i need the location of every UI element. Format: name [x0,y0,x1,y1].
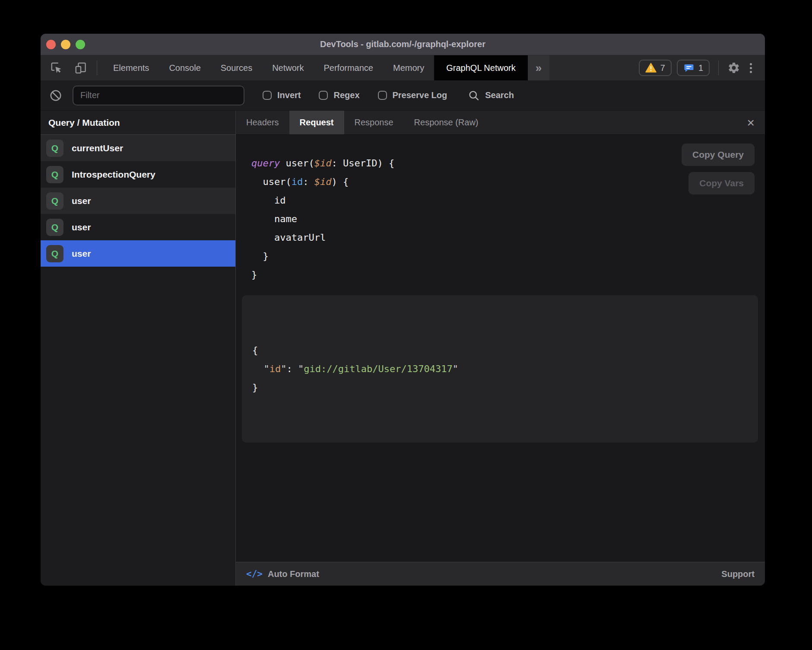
tab-response-raw[interactable]: Response (Raw) [404,111,489,134]
query-list-item[interactable]: Quser [41,188,235,214]
close-panel-icon[interactable]: × [743,111,758,134]
devtools-toolbar: Elements Console Sources Network Perform… [41,55,765,80]
block-clear-icon[interactable] [49,89,62,102]
code-line: { [252,341,748,360]
copy-vars-button[interactable]: Copy Vars [688,172,755,194]
window-title: DevTools - gitlab.com/-/graphql-explorer [41,39,765,49]
preserve-log-checkbox-group[interactable]: Preserve Log [378,90,447,100]
search-label: Search [485,90,514,100]
code-line: user(id: $id) { [251,172,749,191]
tab-request[interactable]: Request [289,111,344,134]
query-type-badge: Q [46,245,63,262]
query-type-badge: Q [46,166,63,183]
query-name-label: user [72,222,91,233]
query-list-item[interactable]: QcurrentUser [41,135,235,161]
tab-graphql-network[interactable]: GraphQL Network [434,55,527,80]
code-line: name [251,210,749,228]
tab-console[interactable]: Console [159,55,210,80]
tab-network[interactable]: Network [262,55,314,80]
panel-footer: </> Auto Format Support [236,562,765,586]
query-list-item[interactable]: Quser [41,214,235,240]
tab-response[interactable]: Response [344,111,404,134]
tab-memory[interactable]: Memory [383,55,434,80]
tab-performance[interactable]: Performance [314,55,384,80]
request-variables-code: { "id": "gid://gitlab/User/13704317"} [252,341,748,397]
toolbar-divider [718,61,719,75]
request-panel-tabs: Headers Request Response Response (Raw) … [236,111,765,135]
warning-icon [645,63,657,73]
issue-count: 1 [698,63,703,73]
query-type-badge: Q [46,140,63,157]
copy-query-button[interactable]: Copy Query [682,143,755,166]
query-list-item[interactable]: Quser [41,240,235,267]
code-brackets-icon: </> [246,569,263,579]
message-bubble-icon [683,63,695,73]
invert-label: Invert [277,90,301,100]
more-tabs-button[interactable]: » [528,55,549,80]
tab-elements[interactable]: Elements [103,55,159,80]
issues-badge[interactable]: 1 [677,60,710,76]
preserve-log-checkbox[interactable] [378,91,387,100]
sidebar-header: Query / Mutation [41,111,235,135]
regex-label: Regex [333,90,359,100]
toolbar-divider [97,61,97,75]
filter-input[interactable] [73,86,244,105]
tab-sources[interactable]: Sources [211,55,262,80]
query-list: QcurrentUserQIntrospectionQueryQuserQuse… [41,135,235,586]
title-bar: DevTools - gitlab.com/-/graphql-explorer [41,34,765,55]
preserve-log-label: Preserve Log [393,90,447,100]
inspect-element-icon[interactable] [50,61,63,74]
code-line: } [251,247,749,265]
code-line: } [252,378,748,397]
invert-checkbox[interactable] [263,91,272,100]
invert-checkbox-group[interactable]: Invert [263,90,301,100]
toolbar-tabs: Elements Console Sources Network Perform… [103,55,549,80]
code-line: avatarUrl [251,228,749,247]
regex-checkbox[interactable] [319,91,328,100]
support-link[interactable]: Support [721,569,755,579]
devtools-window: DevTools - gitlab.com/-/graphql-explorer… [41,34,765,586]
query-name-label: user [72,196,91,206]
kebab-menu-icon[interactable] [745,61,756,76]
filter-bar: Invert Regex Preserve Log Search [41,80,765,111]
regex-checkbox-group[interactable]: Regex [319,90,359,100]
query-list-item[interactable]: QIntrospectionQuery [41,161,235,188]
request-variables-box: { "id": "gid://gitlab/User/13704317"} [242,295,758,443]
warning-count: 7 [660,63,665,73]
search-button[interactable]: Search [468,89,514,102]
toggle-device-toolbar-icon[interactable] [74,61,87,74]
query-type-badge: Q [46,219,63,236]
tab-headers[interactable]: Headers [236,111,289,134]
settings-gear-icon[interactable] [727,61,740,74]
query-name-label: IntrospectionQuery [72,169,155,180]
query-name-label: user [72,249,91,259]
code-line: id [251,191,749,210]
auto-format-button[interactable]: </> Auto Format [246,569,319,579]
code-line: } [251,265,749,284]
search-icon [468,89,480,102]
code-line: query user($id: UserID) { [251,154,749,172]
warnings-badge[interactable]: 7 [639,60,672,76]
code-line: "id": "gid://gitlab/User/13704317" [252,360,748,378]
auto-format-label: Auto Format [268,569,319,579]
query-name-label: currentUser [72,143,123,153]
query-sidebar: Query / Mutation QcurrentUserQIntrospect… [41,111,235,586]
query-type-badge: Q [46,192,63,210]
request-panel-content: query user($id: UserID) { user(id: $id) … [236,135,765,562]
